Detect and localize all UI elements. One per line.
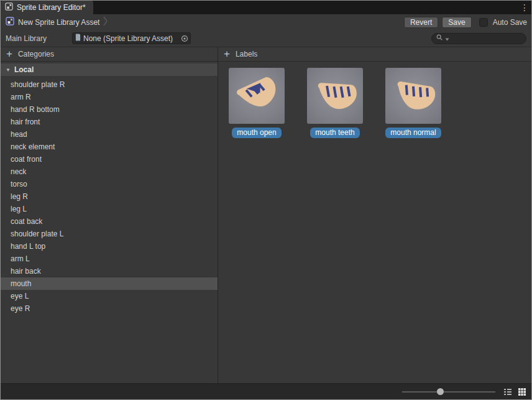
object-picker-icon[interactable] [181, 35, 188, 42]
save-button[interactable]: Save [442, 17, 471, 28]
list-view-icon-button[interactable] [503, 388, 512, 396]
sprite-library-icon [5, 2, 13, 12]
toolbar: New Sprite Library Asset Revert Save Aut… [1, 14, 531, 30]
category-item[interactable]: hair back [1, 265, 218, 277]
category-item[interactable]: hand L top [1, 240, 218, 253]
asset-file-icon [75, 34, 81, 43]
tab-title: Sprite Library Editor* [17, 3, 86, 12]
category-item[interactable]: coat front [1, 153, 218, 165]
local-group-label: Local [14, 65, 34, 74]
category-item[interactable]: shoulder plate L [1, 228, 218, 240]
category-item[interactable]: neck element [1, 141, 218, 153]
category-item[interactable]: torso [1, 178, 218, 190]
sprite-library-asset-icon [6, 17, 14, 27]
category-item[interactable]: head [1, 128, 218, 141]
label-item[interactable]: mouth teeth [307, 68, 363, 138]
label-item[interactable]: mouth normal [385, 68, 441, 138]
categories-panel: ▼ Local shoulder plate R arm R hand R bo… [1, 62, 218, 383]
label-name-badge[interactable]: mouth normal [385, 128, 441, 138]
foldout-triangle-icon: ▼ [6, 67, 11, 73]
bottom-bar [1, 383, 531, 399]
category-item[interactable]: leg L [1, 203, 218, 215]
category-item[interactable]: arm L [1, 253, 218, 265]
panel-headers: + Categories + Labels [1, 47, 531, 62]
labels-header-label: Labels [236, 50, 257, 58]
sprite-thumbnail[interactable] [229, 68, 285, 124]
breadcrumb[interactable]: New Sprite Library Asset [18, 18, 99, 27]
labels-header: + Labels [218, 47, 531, 61]
auto-save-label: Auto Save [493, 18, 527, 27]
labels-panel: mouth open mouth teeth [218, 62, 531, 383]
category-item[interactable]: hair front [1, 116, 218, 128]
main-library-row: Main Library None (Sprite Library Asset) [1, 30, 531, 47]
content-area: ▼ Local shoulder plate R arm R hand R bo… [1, 62, 531, 383]
local-foldout[interactable]: ▼ Local [1, 63, 218, 76]
add-label-button[interactable]: + [224, 50, 230, 58]
auto-save-checkbox[interactable] [479, 18, 488, 27]
category-list: shoulder plate R arm R hand R bottom hai… [1, 78, 218, 315]
category-item[interactable]: shoulder plate R [1, 78, 218, 91]
category-item[interactable]: eye L [1, 290, 218, 302]
category-item[interactable]: coat back [1, 215, 218, 228]
search-field[interactable] [431, 33, 526, 44]
sprite-thumbnail[interactable] [385, 68, 441, 124]
label-name-badge[interactable]: mouth teeth [310, 128, 359, 138]
category-item[interactable]: arm R [1, 91, 218, 103]
mouth-normal-sprite [385, 68, 441, 124]
category-item[interactable]: hand R bottom [1, 103, 218, 116]
categories-header: + Categories [1, 47, 218, 61]
main-library-object-field[interactable]: None (Sprite Library Asset) [72, 32, 191, 44]
mouth-teeth-sprite [307, 68, 363, 124]
category-item[interactable]: eye R [1, 302, 218, 315]
main-library-label: Main Library [6, 34, 72, 43]
add-category-button[interactable]: + [6, 50, 12, 58]
breadcrumb-chevron-icon [103, 15, 108, 29]
tab-sprite-library-editor[interactable]: Sprite Library Editor* [1, 1, 93, 14]
category-item[interactable]: leg R [1, 190, 218, 203]
search-icon [436, 34, 444, 44]
category-item-selected[interactable]: mouth [1, 277, 218, 290]
sprite-library-editor-window: Sprite Library Editor* ⋮ New Sprite Libr… [0, 0, 532, 400]
thumbnail-size-slider[interactable] [402, 384, 495, 400]
tab-bar: Sprite Library Editor* ⋮ [1, 1, 531, 14]
sprite-thumbnail[interactable] [307, 68, 363, 124]
revert-button[interactable]: Revert [404, 17, 438, 28]
label-item[interactable]: mouth open [229, 68, 285, 138]
categories-header-label: Categories [18, 50, 54, 58]
main-library-value: None (Sprite Library Asset) [83, 34, 178, 43]
grid-view-icon-button[interactable] [518, 388, 526, 396]
window-menu-button[interactable]: ⋮ [518, 1, 531, 14]
search-dropdown-arrow-icon[interactable] [445, 34, 449, 43]
slider-knob[interactable] [437, 388, 444, 395]
category-item[interactable]: neck [1, 165, 218, 178]
slider-track[interactable] [402, 391, 495, 393]
label-grid: mouth open mouth teeth [218, 62, 531, 138]
label-name-badge[interactable]: mouth open [232, 128, 281, 138]
mouth-open-sprite [229, 68, 285, 124]
